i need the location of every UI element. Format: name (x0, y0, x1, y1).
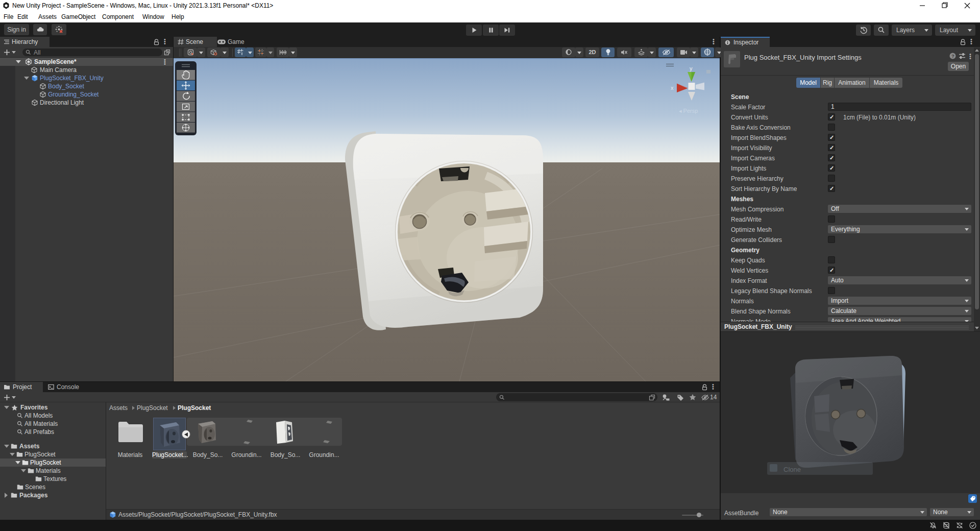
svg-text:y: y (690, 65, 693, 71)
svg-text:x: x (671, 85, 674, 91)
svg-text:?: ? (951, 53, 954, 59)
svg-text:◂ Persp: ◂ Persp (679, 108, 698, 114)
svg-text:Clone: Clone (783, 466, 801, 473)
